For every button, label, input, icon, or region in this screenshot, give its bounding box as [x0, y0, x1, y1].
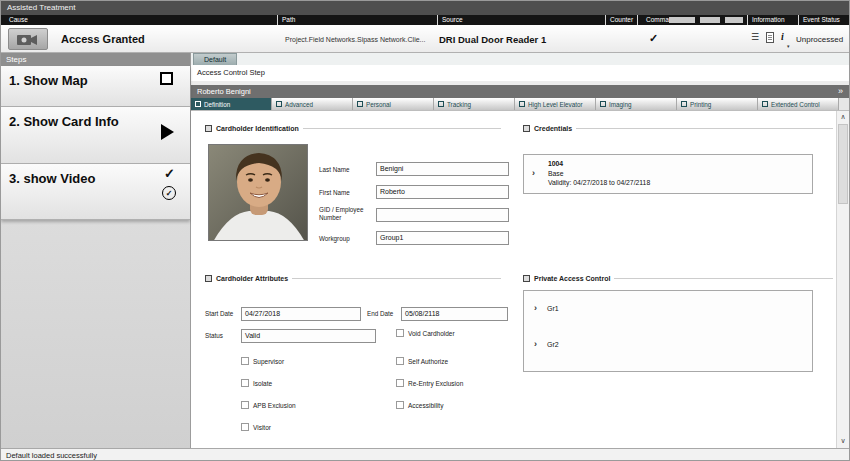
person-card-icon — [205, 125, 212, 132]
event-source-value: DRI Dual Door Reader 1 — [439, 34, 546, 45]
section-title: Cardholder Attributes — [216, 275, 288, 282]
credential-icon — [523, 125, 530, 132]
tab-extended-control[interactable]: Extended Control — [758, 98, 839, 110]
tab-advanced[interactable]: Advanced — [272, 98, 353, 110]
status-label: Status — [205, 332, 223, 340]
gid-employee-number-field[interactable] — [376, 208, 509, 222]
step-show-card-info[interactable]: 2. Show Card Info — [1, 107, 190, 164]
group-label: Gr2 — [547, 341, 559, 348]
checkbox-label: Visitor — [253, 424, 271, 431]
gid-employee-number-label: GID / Employee Number — [319, 206, 375, 221]
workgroup-field[interactable]: Group1 — [376, 231, 509, 245]
detail-tabstrip: Definition Advanced Personal Tracking Hi… — [191, 98, 849, 111]
checkbox-label: Re-Entry Exclusion — [408, 380, 463, 387]
checkbox-square-icon[interactable] — [160, 72, 173, 85]
group-label: Gr1 — [547, 305, 559, 312]
step-label: 1. Show Map — [9, 73, 88, 88]
start-date-field[interactable]: 04/27/2018 — [241, 307, 361, 321]
steps-panel-empty-area — [1, 220, 190, 448]
event-row[interactable]: Access Granted Project.Field Networks.Si… — [1, 25, 849, 53]
info-icon[interactable]: i — [781, 31, 784, 43]
column-header-counter[interactable]: Counter — [605, 15, 638, 25]
advanced-tab-icon — [276, 101, 282, 107]
list-icon[interactable]: ☰ — [751, 31, 759, 43]
imaging-tab-icon — [600, 101, 606, 107]
isolate-checkbox[interactable] — [241, 379, 249, 387]
apb-exclusion-checkbox[interactable] — [241, 401, 249, 409]
void-cardholder-checkbox[interactable] — [396, 329, 404, 337]
credentials-list: › 1004 Base Validity: 04/27/2018 to 04/2… — [523, 154, 813, 194]
play-triangle-icon[interactable] — [161, 124, 174, 140]
scrollbar-thumb[interactable] — [838, 124, 848, 204]
status-bar: Default loaded successfully — [1, 448, 849, 461]
step-show-map[interactable]: 1. Show Map — [1, 66, 190, 107]
accessibility-checkbox[interactable] — [396, 401, 404, 409]
dropdown-arrow-icon[interactable]: ▾ — [787, 43, 790, 49]
checkbox-label: Isolate — [253, 380, 272, 387]
tab-label: Imaging — [609, 101, 631, 108]
re-entry-exclusion-checkbox[interactable] — [396, 379, 404, 387]
credential-number: 1004 — [548, 159, 650, 169]
steps-panel: Steps 1. Show Map 2. Show Card Info 3. s… — [1, 53, 191, 448]
personal-tab-icon — [357, 101, 363, 107]
step-show-video[interactable]: 3. show Video ✓ ✓ — [1, 164, 190, 220]
tab-personal[interactable]: Personal — [353, 98, 434, 110]
tab-imaging[interactable]: Imaging — [596, 98, 677, 110]
cardholder-photo — [208, 144, 308, 241]
group-expander-icon[interactable]: › — [534, 339, 537, 349]
end-date-field[interactable]: 05/08/2118 — [401, 307, 508, 321]
definition-tab-content: Cardholder Identification — [191, 111, 849, 448]
group-expander-icon[interactable]: › — [534, 303, 537, 313]
column-header-event-status[interactable]: Event Status — [798, 15, 840, 25]
checkbox-label: Self Authorize — [408, 358, 448, 365]
private-access-list: › Gr1 › Gr2 — [523, 290, 813, 372]
section-title: Private Access Control — [534, 275, 610, 282]
tab-label: Personal — [366, 101, 391, 108]
tab-tracking[interactable]: Tracking — [434, 98, 515, 110]
document-icon[interactable] — [766, 32, 774, 43]
scroll-up-icon[interactable]: ∧ — [837, 111, 849, 123]
event-cause-value: Access Granted — [61, 33, 145, 45]
workgroup-label: Workgroup — [319, 235, 350, 243]
status-field[interactable]: Valid — [241, 329, 376, 343]
tab-default[interactable]: Default — [193, 53, 237, 65]
section-cardholder-identification: Cardholder Identification — [205, 125, 501, 132]
event-status-value: Unprocessed — [796, 35, 843, 44]
circle-check-icon[interactable]: ✓ — [162, 186, 176, 200]
column-header-information[interactable]: Information — [747, 15, 785, 25]
window-title: Assisted Treatment — [1, 1, 849, 15]
section-divider — [576, 128, 833, 129]
tab-high-level-elevator[interactable]: High Level Elevator — [515, 98, 596, 110]
column-header-source[interactable]: Source — [437, 15, 463, 25]
credential-validity: Validity: 04/27/2018 to 04/27/2118 — [548, 178, 650, 188]
tab-definition[interactable]: Definition — [191, 98, 272, 110]
tab-label: Definition — [204, 101, 230, 108]
extended-control-tab-icon — [762, 101, 768, 107]
checkbox-label: Accessibility — [408, 402, 443, 409]
scroll-down-icon[interactable]: ∨ — [837, 435, 849, 447]
last-name-field[interactable]: Benigni — [376, 162, 509, 176]
supervisor-checkbox[interactable] — [241, 357, 249, 365]
access-group-item[interactable]: › Gr2 — [534, 339, 559, 349]
first-name-field[interactable]: Roberto — [376, 185, 509, 199]
camera-button[interactable] — [8, 28, 48, 50]
first-name-label: First Name — [319, 189, 350, 197]
section-divider — [292, 278, 501, 279]
column-header-path[interactable]: Path — [277, 15, 295, 25]
credential-item[interactable]: 1004 Base Validity: 04/27/2018 to 04/27/… — [548, 159, 650, 188]
credential-expander-icon[interactable]: › — [532, 168, 535, 178]
self-authorize-checkbox[interactable] — [396, 357, 404, 365]
checkbox-label: APB Exclusion — [253, 402, 296, 409]
body: Steps 1. Show Map 2. Show Card Info 3. s… — [1, 53, 849, 448]
access-group-item[interactable]: › Gr1 — [534, 303, 559, 313]
visitor-checkbox[interactable] — [241, 423, 249, 431]
vertical-scrollbar[interactable]: ∧ ∨ — [836, 111, 849, 448]
checkbox-label: Void Cardholder — [408, 330, 455, 337]
tab-printing[interactable]: Printing — [677, 98, 758, 110]
definition-tab-icon — [195, 101, 201, 107]
key-icon — [523, 275, 530, 282]
attributes-icon — [205, 275, 212, 282]
column-header-cause[interactable]: Cause — [9, 15, 28, 25]
column-header-spacer — [669, 17, 695, 23]
collapse-chevrons-icon[interactable]: » — [838, 85, 843, 98]
